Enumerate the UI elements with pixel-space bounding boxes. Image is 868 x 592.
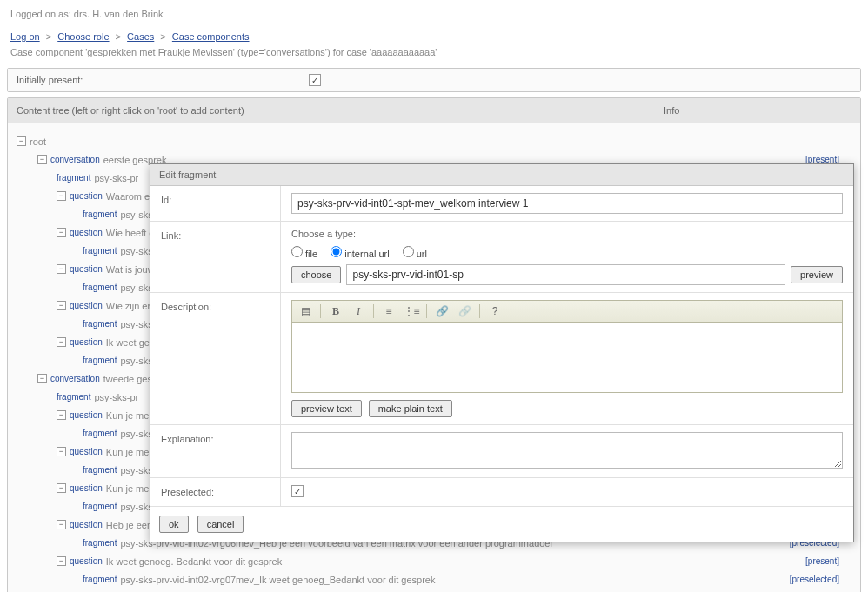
description-textarea[interactable] (292, 323, 842, 392)
cancel-button[interactable]: cancel (197, 516, 244, 533)
content-tree-header: Content tree (left or right click on 'ro… (8, 98, 651, 123)
edit-fragment-dialog: Edit fragment Id: Link: Choose a type: f… (150, 163, 854, 542)
bold-icon[interactable]: B (328, 303, 344, 319)
collapse-icon[interactable]: − (57, 410, 66, 420)
link-url-input[interactable] (346, 264, 785, 285)
tree-root[interactable]: −root (13, 132, 855, 150)
rich-text-editor: ▤ B I ≡ ⋮≡ 🔗 🔗 ? (291, 300, 843, 393)
ordered-list-icon[interactable]: ≡ (381, 303, 397, 319)
tree-item[interactable]: fragmentpsy-sks-prv-vid-int02-vrg07mev_I… (13, 570, 855, 589)
preview-button[interactable]: preview (791, 266, 843, 283)
make-plain-text-button[interactable]: make plain text (369, 400, 452, 417)
editor-toolbar: ▤ B I ≡ ⋮≡ 🔗 🔗 ? (292, 301, 842, 323)
unlink-icon[interactable]: 🔗 (457, 303, 472, 319)
radio-file[interactable]: file (291, 249, 317, 259)
info-header: Info (651, 98, 860, 123)
description-label: Description: (150, 293, 281, 424)
preview-text-button[interactable]: preview text (291, 400, 362, 417)
info-preselected: [preselected] (790, 575, 839, 584)
collapse-icon[interactable]: − (57, 447, 66, 456)
radio-internal-url[interactable]: internal url (331, 249, 389, 259)
id-input[interactable] (291, 193, 843, 214)
radio-url[interactable]: url (403, 249, 427, 259)
tree-item[interactable]: −questionIk weet genoeg. Bedankt voor di… (13, 552, 855, 570)
ok-button[interactable]: ok (159, 516, 189, 533)
italic-icon[interactable]: I (351, 303, 366, 319)
breadcrumb-choose-role[interactable]: Choose role (57, 31, 109, 42)
explanation-textarea[interactable] (291, 432, 843, 469)
explanation-label: Explanation: (150, 425, 281, 477)
breadcrumb: Log on > Choose role > Cases > Case comp… (0, 28, 868, 43)
collapse-icon[interactable]: − (17, 136, 26, 146)
logged-on-header: Logged on as: drs. H. van den Brink (0, 0, 868, 28)
breadcrumb-logon[interactable]: Log on (10, 31, 40, 42)
collapse-icon[interactable]: − (37, 155, 47, 164)
collapse-icon[interactable]: − (57, 556, 66, 566)
collapse-icon[interactable]: − (57, 228, 66, 237)
unordered-list-icon[interactable]: ⋮≡ (404, 303, 419, 319)
preselected-checkbox[interactable]: ✓ (291, 485, 304, 497)
collapse-icon[interactable]: − (37, 374, 47, 383)
link-label: Link: (150, 222, 281, 292)
initially-present-label: Initially present: (17, 75, 83, 85)
info-present: [present] (805, 556, 839, 566)
collapse-icon[interactable]: − (57, 337, 66, 347)
id-label: Id: (150, 186, 281, 221)
help-icon[interactable]: ? (487, 303, 503, 319)
dialog-title: Edit fragment (150, 164, 853, 186)
breadcrumb-components[interactable]: Case components (172, 31, 250, 42)
initially-present-panel: Initially present: ✓ (7, 68, 861, 92)
link-icon[interactable]: 🔗 (434, 303, 450, 319)
initially-present-checkbox[interactable]: ✓ (309, 74, 321, 86)
choose-type-label: Choose a type: (291, 229, 843, 239)
collapse-icon[interactable]: − (57, 191, 66, 201)
collapse-icon[interactable]: − (57, 264, 66, 274)
page-subtitle: Case component 'gesprekken met Fraukje M… (0, 43, 868, 66)
collapse-icon[interactable]: − (57, 483, 66, 493)
source-icon[interactable]: ▤ (297, 303, 313, 319)
choose-button[interactable]: choose (291, 266, 341, 283)
preselected-label: Preselected: (150, 478, 281, 506)
breadcrumb-cases[interactable]: Cases (127, 31, 154, 42)
collapse-icon[interactable]: − (57, 301, 66, 310)
collapse-icon[interactable]: − (57, 520, 66, 529)
